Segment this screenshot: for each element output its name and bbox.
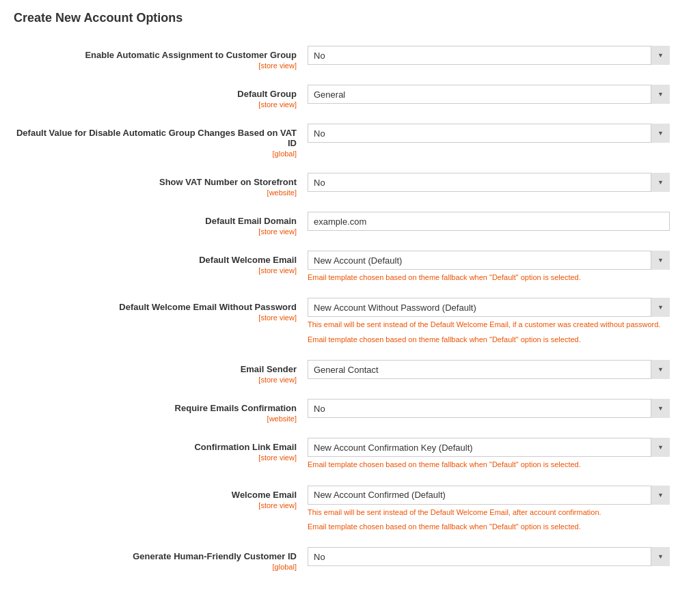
field-scope-generate-customer-id: [global] [14,563,297,571]
select-wrapper-require-emails-confirmation: NoYes [308,399,670,418]
label-cell-auto-assign-group: Enable Automatic Assignment to Customer … [14,46,308,70]
form-row-show-vat-number: Show VAT Number on Storefront[website]No… [14,169,664,201]
label-cell-welcome-email-no-password: Default Welcome Email Without Password[s… [14,298,308,322]
field-scope-require-emails-confirmation: [website] [14,415,297,423]
field-label-email-sender: Email Sender [14,364,297,374]
select-auto-assign-group[interactable]: NoYes [308,46,670,65]
control-cell-welcome-email-no-password: New Account Without Password (Default)Th… [308,298,670,345]
field-scope-default-welcome-email: [store view] [14,266,297,275]
label-cell-welcome-email: Welcome Email[store view] [14,486,308,509]
control-cell-disable-auto-group-changes: NoYes [308,124,670,143]
select-generate-customer-id[interactable]: NoYes [308,547,670,566]
control-cell-confirmation-link-email: New Account Confirmation Key (Default)Em… [308,438,670,470]
field-scope-welcome-email-no-password: [store view] [14,313,297,322]
label-cell-generate-customer-id: Generate Human-Friendly Customer ID[glob… [14,547,308,571]
field-label-welcome-email-no-password: Default Welcome Email Without Password [14,302,297,312]
hint-confirmation-link-email: Email template chosen based on theme fal… [308,460,670,470]
label-cell-confirmation-link-email: Confirmation Link Email[store view] [14,438,308,462]
hint-default-welcome-email: Email template chosen based on theme fal… [308,272,670,283]
hint-welcome-email-no-password: This email will be sent instead of the D… [308,320,670,330]
form-row-generate-customer-id: Generate Human-Friendly Customer ID[glob… [14,543,664,575]
select-wrapper-default-welcome-email: New Account (Default) [308,251,670,270]
field-scope-disable-auto-group-changes: [global] [14,150,297,158]
field-scope-default-group: [store view] [14,100,297,109]
select-welcome-email[interactable]: New Account Confirmed (Default) [308,486,670,505]
control-cell-default-group: GeneralWholesaleRetailer [308,85,670,104]
field-label-show-vat-number: Show VAT Number on Storefront [14,177,297,187]
page-title: Create New Account Options [14,11,664,25]
label-cell-disable-auto-group-changes: Default Value for Disable Automatic Grou… [14,124,308,158]
label-cell-default-email-domain: Default Email Domain[store view] [14,212,308,236]
select-wrapper-disable-auto-group-changes: NoYes [308,124,670,143]
control-cell-require-emails-confirmation: NoYes [308,399,670,418]
form-row-confirmation-link-email: Confirmation Link Email[store view]New A… [14,434,664,474]
control-cell-default-welcome-email: New Account (Default)Email template chos… [308,251,670,283]
label-cell-default-group: Default Group[store view] [14,85,308,109]
field-label-default-group: Default Group [14,89,297,99]
label-cell-default-welcome-email: Default Welcome Email[store view] [14,251,308,275]
form-row-welcome-email: Welcome Email[store view]New Account Con… [14,481,664,537]
select-show-vat-number[interactable]: NoYes [308,173,670,192]
select-default-group[interactable]: GeneralWholesaleRetailer [308,85,670,104]
control-cell-show-vat-number: NoYes [308,173,670,192]
select-disable-auto-group-changes[interactable]: NoYes [308,124,670,143]
select-welcome-email-no-password[interactable]: New Account Without Password (Default) [308,298,670,317]
select-wrapper-auto-assign-group: NoYes [308,46,670,65]
control-cell-default-email-domain [308,212,670,231]
field-label-require-emails-confirmation: Require Emails Confirmation [14,403,297,413]
hint-welcome-email: This email will be sent instead of the D… [308,507,670,518]
label-cell-email-sender: Email Sender[store view] [14,360,308,384]
field-scope-default-email-domain: [store view] [14,227,297,236]
form-row-auto-assign-group: Enable Automatic Assignment to Customer … [14,42,664,74]
field-label-generate-customer-id: Generate Human-Friendly Customer ID [14,551,297,561]
select-wrapper-welcome-email: New Account Confirmed (Default) [308,486,670,505]
select-require-emails-confirmation[interactable]: NoYes [308,399,670,418]
field-scope-confirmation-link-email: [store view] [14,453,297,462]
field-label-disable-auto-group-changes: Default Value for Disable Automatic Grou… [14,128,297,148]
select-wrapper-confirmation-link-email: New Account Confirmation Key (Default) [308,438,670,457]
form-row-default-welcome-email: Default Welcome Email[store view]New Acc… [14,247,664,287]
form-row-require-emails-confirmation: Require Emails Confirmation[website]NoYe… [14,395,664,427]
select-default-welcome-email[interactable]: New Account (Default) [308,251,670,270]
field-label-auto-assign-group: Enable Automatic Assignment to Customer … [14,50,297,60]
form-row-welcome-email-no-password: Default Welcome Email Without Password[s… [14,294,664,349]
select-wrapper-generate-customer-id: NoYes [308,547,670,566]
field-scope-auto-assign-group: [store view] [14,61,297,70]
control-cell-generate-customer-id: NoYes [308,547,670,566]
hint2-welcome-email-no-password: Email template chosen based on theme fal… [308,335,670,345]
form-row-email-sender: Email Sender[store view]General ContactS… [14,356,664,388]
control-cell-auto-assign-group: NoYes [308,46,670,65]
select-wrapper-welcome-email-no-password: New Account Without Password (Default) [308,298,670,317]
select-wrapper-show-vat-number: NoYes [308,173,670,192]
control-cell-email-sender: General ContactSales RepresentativeCusto… [308,360,670,379]
form-container: Enable Automatic Assignment to Customer … [14,42,664,575]
select-wrapper-default-group: GeneralWholesaleRetailer [308,85,670,104]
select-email-sender[interactable]: General ContactSales RepresentativeCusto… [308,360,670,379]
form-row-default-group: Default Group[store view]GeneralWholesal… [14,81,664,113]
form-row-disable-auto-group-changes: Default Value for Disable Automatic Grou… [14,120,664,162]
field-label-confirmation-link-email: Confirmation Link Email [14,442,297,452]
field-scope-show-vat-number: [website] [14,188,297,197]
field-scope-email-sender: [store view] [14,376,297,384]
hint2-welcome-email: Email template chosen based on theme fal… [308,522,670,532]
select-confirmation-link-email[interactable]: New Account Confirmation Key (Default) [308,438,670,457]
form-row-default-email-domain: Default Email Domain[store view] [14,208,664,240]
label-cell-require-emails-confirmation: Require Emails Confirmation[website] [14,399,308,423]
input-default-email-domain[interactable] [308,212,670,231]
select-wrapper-email-sender: General ContactSales RepresentativeCusto… [308,360,670,379]
field-scope-welcome-email: [store view] [14,501,297,509]
field-label-default-email-domain: Default Email Domain [14,216,297,226]
field-label-welcome-email: Welcome Email [14,490,297,500]
field-label-default-welcome-email: Default Welcome Email [14,255,297,265]
control-cell-welcome-email: New Account Confirmed (Default)This emai… [308,486,670,533]
label-cell-show-vat-number: Show VAT Number on Storefront[website] [14,173,308,197]
